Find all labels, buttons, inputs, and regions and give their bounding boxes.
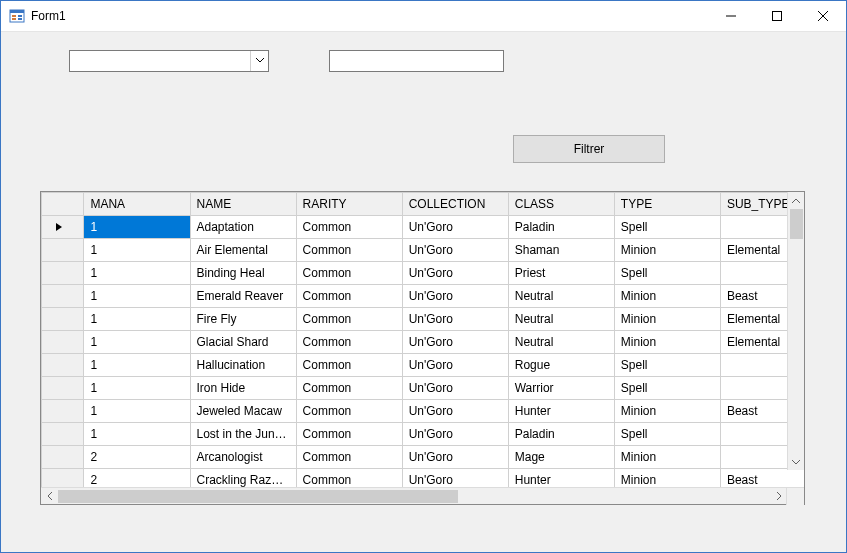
table-row[interactable]: 1Jeweled MacawCommonUn'GoroHunterMinionB… <box>42 400 805 423</box>
vertical-scrollbar[interactable] <box>787 192 804 470</box>
cell-rarity[interactable]: Common <box>296 377 402 400</box>
cell-type[interactable]: Minion <box>614 469 720 488</box>
table-row[interactable]: 1Fire FlyCommonUn'GoroNeutralMinionEleme… <box>42 308 805 331</box>
cell-type[interactable]: Minion <box>614 308 720 331</box>
cell-type[interactable]: Spell <box>614 216 720 239</box>
row-header[interactable] <box>42 469 84 488</box>
cell-mana[interactable]: 1 <box>84 285 190 308</box>
cell-class[interactable]: Paladin <box>508 216 614 239</box>
row-header[interactable] <box>42 308 84 331</box>
cell-type[interactable]: Minion <box>614 239 720 262</box>
column-header-collection[interactable]: COLLECTION <box>402 193 508 216</box>
cell-class[interactable]: Priest <box>508 262 614 285</box>
cell-collection[interactable]: Un'Goro <box>402 377 508 400</box>
cell-mana[interactable]: 1 <box>84 331 190 354</box>
close-button[interactable] <box>800 1 846 31</box>
cell-collection[interactable]: Un'Goro <box>402 469 508 488</box>
scroll-left-button[interactable] <box>41 488 58 504</box>
cell-class[interactable]: Neutral <box>508 285 614 308</box>
cell-rarity[interactable]: Common <box>296 423 402 446</box>
cell-collection[interactable]: Un'Goro <box>402 354 508 377</box>
filter-button[interactable]: Filtrer <box>513 135 665 163</box>
row-header[interactable] <box>42 377 84 400</box>
cell-type[interactable]: Minion <box>614 446 720 469</box>
cell-mana[interactable]: 1 <box>84 262 190 285</box>
data-grid[interactable]: MANA NAME RARITY COLLECTION CLASS TYPE S… <box>40 191 805 505</box>
cell-collection[interactable]: Un'Goro <box>402 400 508 423</box>
cell-collection[interactable]: Un'Goro <box>402 239 508 262</box>
cell-class[interactable]: Shaman <box>508 239 614 262</box>
filter-combobox[interactable] <box>69 50 269 72</box>
cell-rarity[interactable]: Common <box>296 354 402 377</box>
cell-type[interactable]: Minion <box>614 331 720 354</box>
table-row[interactable]: 1HallucinationCommonUn'GoroRogueSpell <box>42 354 805 377</box>
grid-corner-header[interactable] <box>42 193 84 216</box>
row-header[interactable] <box>42 400 84 423</box>
horizontal-scrollbar[interactable] <box>41 487 804 504</box>
cell-mana[interactable]: 1 <box>84 400 190 423</box>
column-header-class[interactable]: CLASS <box>508 193 614 216</box>
cell-collection[interactable]: Un'Goro <box>402 331 508 354</box>
cell-collection[interactable]: Un'Goro <box>402 262 508 285</box>
cell-rarity[interactable]: Common <box>296 469 402 488</box>
row-header[interactable] <box>42 423 84 446</box>
cell-name[interactable]: Adaptation <box>190 216 296 239</box>
cell-class[interactable]: Mage <box>508 446 614 469</box>
cell-class[interactable]: Neutral <box>508 331 614 354</box>
cell-type[interactable]: Spell <box>614 423 720 446</box>
cell-name[interactable]: Glacial Shard <box>190 331 296 354</box>
cell-rarity[interactable]: Common <box>296 446 402 469</box>
column-header-type[interactable]: TYPE <box>614 193 720 216</box>
cell-mana[interactable]: 1 <box>84 308 190 331</box>
minimize-button[interactable] <box>708 1 754 31</box>
table-row[interactable]: 1Glacial ShardCommonUn'GoroNeutralMinion… <box>42 331 805 354</box>
cell-class[interactable]: Hunter <box>508 400 614 423</box>
row-header[interactable] <box>42 285 84 308</box>
table-row[interactable]: 1AdaptationCommonUn'GoroPaladinSpell <box>42 216 805 239</box>
cell-rarity[interactable]: Common <box>296 308 402 331</box>
cell-sub[interactable]: Beast <box>720 469 804 488</box>
scroll-right-button[interactable] <box>770 488 787 504</box>
cell-name[interactable]: Fire Fly <box>190 308 296 331</box>
maximize-button[interactable] <box>754 1 800 31</box>
cell-name[interactable]: Hallucination <box>190 354 296 377</box>
scroll-down-button[interactable] <box>788 453 804 470</box>
column-header-mana[interactable]: MANA <box>84 193 190 216</box>
cell-type[interactable]: Spell <box>614 377 720 400</box>
cell-rarity[interactable]: Common <box>296 216 402 239</box>
scroll-up-button[interactable] <box>788 192 804 209</box>
cell-class[interactable]: Hunter <box>508 469 614 488</box>
row-header[interactable] <box>42 446 84 469</box>
cell-rarity[interactable]: Common <box>296 400 402 423</box>
horizontal-scroll-thumb[interactable] <box>58 490 458 503</box>
cell-mana[interactable]: 2 <box>84 469 190 488</box>
cell-collection[interactable]: Un'Goro <box>402 423 508 446</box>
combobox-dropdown-button[interactable] <box>250 51 268 71</box>
table-row[interactable]: 2Crackling Razorm...CommonUn'GoroHunterM… <box>42 469 805 488</box>
cell-class[interactable]: Paladin <box>508 423 614 446</box>
cell-type[interactable]: Spell <box>614 354 720 377</box>
row-header[interactable] <box>42 331 84 354</box>
cell-name[interactable]: Emerald Reaver <box>190 285 296 308</box>
cell-name[interactable]: Arcanologist <box>190 446 296 469</box>
column-header-rarity[interactable]: RARITY <box>296 193 402 216</box>
cell-name[interactable]: Lost in the Jungle <box>190 423 296 446</box>
cell-mana[interactable]: 1 <box>84 239 190 262</box>
row-header[interactable] <box>42 239 84 262</box>
vertical-scroll-thumb[interactable] <box>790 209 803 239</box>
cell-mana[interactable]: 1 <box>84 423 190 446</box>
row-header[interactable] <box>42 354 84 377</box>
cell-type[interactable]: Minion <box>614 400 720 423</box>
cell-class[interactable]: Warrior <box>508 377 614 400</box>
cell-collection[interactable]: Un'Goro <box>402 308 508 331</box>
cell-name[interactable]: Air Elemental <box>190 239 296 262</box>
cell-collection[interactable]: Un'Goro <box>402 216 508 239</box>
row-header[interactable] <box>42 216 84 239</box>
row-header[interactable] <box>42 262 84 285</box>
cell-collection[interactable]: Un'Goro <box>402 446 508 469</box>
cell-mana[interactable]: 1 <box>84 377 190 400</box>
cell-name[interactable]: Binding Heal <box>190 262 296 285</box>
cell-type[interactable]: Minion <box>614 285 720 308</box>
cell-name[interactable]: Iron Hide <box>190 377 296 400</box>
cell-rarity[interactable]: Common <box>296 285 402 308</box>
